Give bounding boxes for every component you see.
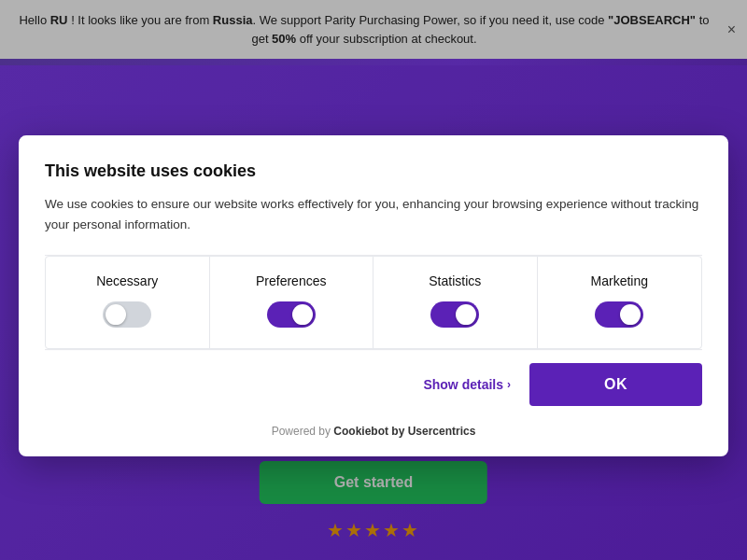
- category-statistics-label: Statistics: [429, 273, 481, 288]
- modal-description: We use cookies to ensure our website wor…: [45, 194, 702, 234]
- marketing-toggle[interactable]: [595, 301, 643, 328]
- chevron-right-icon: ›: [507, 378, 511, 391]
- necessary-toggle[interactable]: [103, 301, 151, 328]
- category-necessary: Necessary: [46, 257, 210, 348]
- preferences-thumb: [292, 304, 313, 325]
- category-statistics: Statistics: [374, 257, 538, 348]
- cookie-consent-modal: This website uses cookies We use cookies…: [19, 135, 728, 456]
- ok-button[interactable]: OK: [529, 363, 702, 406]
- preferences-toggle[interactable]: [267, 301, 316, 328]
- modal-title: This website uses cookies: [45, 161, 702, 181]
- powered-by: Powered by Cookiebot by Usercentrics: [45, 413, 702, 438]
- category-necessary-label: Necessary: [96, 273, 158, 288]
- show-details-button[interactable]: Show details ›: [423, 377, 511, 392]
- modal-actions: Show details › OK: [45, 349, 702, 413]
- category-preferences-label: Preferences: [256, 273, 326, 288]
- cookie-categories: Necessary Preferences Statistics: [45, 256, 702, 349]
- category-marketing: Marketing: [538, 257, 702, 348]
- statistics-toggle[interactable]: [430, 301, 479, 328]
- category-preferences: Preferences: [210, 257, 374, 348]
- category-marketing-label: Marketing: [591, 273, 648, 288]
